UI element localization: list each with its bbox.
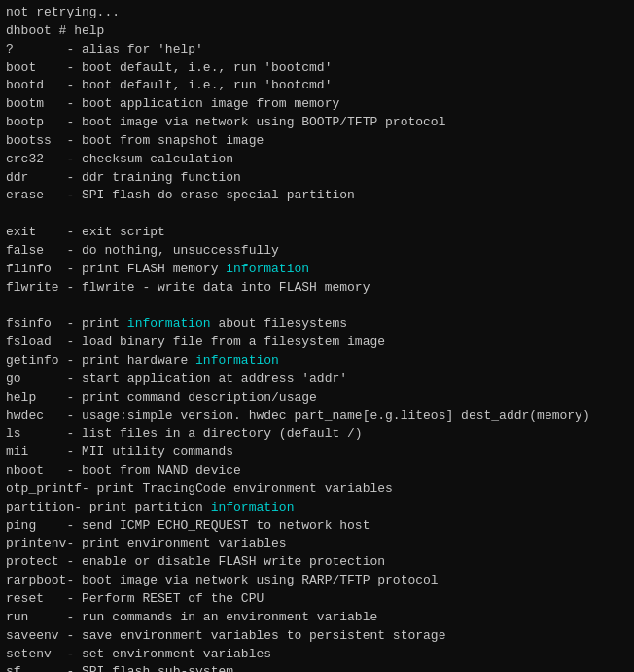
terminal-line: help - print command description/usage	[6, 389, 628, 407]
terminal-line: bootss - boot from snapshot image	[6, 132, 628, 151]
terminal-line: hwdec - usage:simple version. hwdec part…	[6, 407, 628, 426]
terminal-line: rarpboot- boot image via network using R…	[6, 572, 628, 590]
terminal-line: ddr - ddr training function	[6, 169, 628, 188]
terminal-line: go - start application at address 'addr'	[6, 371, 628, 389]
terminal-line: otp_printf- print TracingCode environmen…	[6, 480, 628, 499]
terminal-line: exit - exit script	[6, 224, 628, 242]
terminal-line: boot - boot default, i.e., run 'bootcmd'	[6, 59, 628, 78]
terminal-line: nboot - boot from NAND device	[6, 462, 628, 480]
terminal: not retrying...dhboot # help? - alias fo…	[0, 0, 634, 672]
terminal-line: flinfo - print FLASH memory information	[6, 261, 628, 279]
terminal-line	[6, 205, 628, 224]
terminal-line: printenv- print environment variables	[6, 535, 628, 553]
terminal-line: ? - alias for 'help'	[6, 41, 628, 59]
terminal-line: mii - MII utility commands	[6, 443, 628, 462]
terminal-line: dhboot # help	[6, 22, 628, 41]
terminal-line: false - do nothing, unsuccessfully	[6, 242, 628, 261]
terminal-line: crc32 - checksum calculation	[6, 151, 628, 169]
terminal-line: ls - list files in a directory (default …	[6, 425, 628, 443]
terminal-line: erase - SPI flash do erase special parti…	[6, 187, 628, 205]
terminal-line: ping - send ICMP ECHO_REQUEST to network…	[6, 517, 628, 536]
terminal-line: protect - enable or disable FLASH write …	[6, 553, 628, 572]
terminal-line: run - run commands in an environment var…	[6, 609, 628, 627]
terminal-line: fsload - load binary file from a filesys…	[6, 334, 628, 352]
terminal-line: not retrying...	[6, 4, 628, 22]
terminal-line: bootd - boot default, i.e., run 'bootcmd…	[6, 77, 628, 95]
terminal-line: reset - Perform RESET of the CPU	[6, 590, 628, 609]
terminal-line: getinfo - print hardware information	[6, 352, 628, 371]
terminal-line: saveenv - save environment variables to …	[6, 627, 628, 646]
terminal-line: partition- print partition information	[6, 499, 628, 517]
terminal-line	[6, 298, 628, 316]
terminal-line: setenv - set environment variables	[6, 646, 628, 664]
terminal-line: bootm - boot application image from memo…	[6, 95, 628, 114]
terminal-line: flwrite - flwrite - write data into FLAS…	[6, 279, 628, 298]
terminal-line: bootp - boot image via network using BOO…	[6, 114, 628, 132]
terminal-line: fsinfo - print information about filesys…	[6, 315, 628, 334]
terminal-line: sf - SPI flash sub-system	[6, 663, 628, 672]
